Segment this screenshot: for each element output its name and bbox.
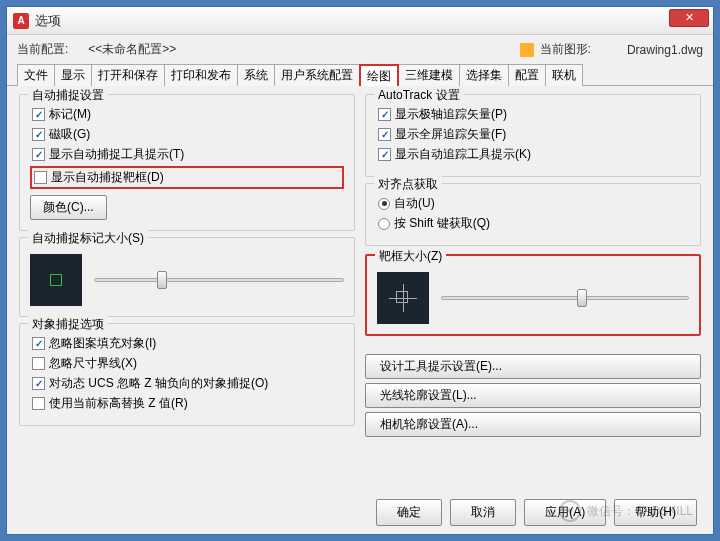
radio-row: 自动(U) [376, 195, 690, 212]
profile-label: 当前配置: [17, 41, 68, 58]
checkbox[interactable]: ✓ [378, 148, 391, 161]
tab-6[interactable]: 绘图 [359, 64, 399, 86]
checkbox-label: 显示自动追踪工具提示(K) [395, 146, 531, 163]
checkbox-label: 显示自动捕捉工具提示(T) [49, 146, 184, 163]
close-button[interactable]: ✕ [669, 9, 709, 27]
settings-button[interactable]: 光线轮廓设置(L)... [365, 383, 701, 408]
tabs: 文件显示打开和保存打印和发布系统用户系统配置绘图三维建模选择集配置联机 [7, 64, 713, 86]
checkbox-row: ✓使用当前标高替换 Z 值(R) [30, 395, 344, 412]
checkbox-label: 忽略图案填充对象(I) [49, 335, 156, 352]
checkbox-label: 磁吸(G) [49, 126, 90, 143]
tab-2[interactable]: 打开和保存 [91, 64, 165, 86]
footer-buttons: 确定 取消 应用(A) 帮助(H) [376, 499, 697, 526]
radio-label: 自动(U) [394, 195, 435, 212]
drawing-value: Drawing1.dwg [627, 43, 703, 57]
checkbox[interactable]: ✓ [378, 128, 391, 141]
checkbox[interactable]: ✓ [32, 128, 45, 141]
aperture-slider[interactable] [441, 296, 689, 300]
tab-10[interactable]: 联机 [545, 64, 583, 86]
checkbox-row: ✓显示自动捕捉靶框(D) [30, 166, 344, 189]
tab-1[interactable]: 显示 [54, 64, 92, 86]
checkbox-label: 显示全屏追踪矢量(F) [395, 126, 506, 143]
tab-5[interactable]: 用户系统配置 [274, 64, 360, 86]
tab-4[interactable]: 系统 [237, 64, 275, 86]
checkbox-row: ✓标记(M) [30, 106, 344, 123]
osnap-group: 对象捕捉选项 ✓忽略图案填充对象(I)✓忽略尺寸界线(X)✓对动态 UCS 忽略… [19, 323, 355, 426]
checkbox[interactable]: ✓ [32, 108, 45, 121]
profile-row: 当前配置: <<未命名配置>> 当前图形: Drawing1.dwg [7, 35, 713, 64]
align-group: 对齐点获取 自动(U)按 Shift 键获取(Q) [365, 183, 701, 246]
aperture-preview [377, 272, 429, 324]
checkbox-row: ✓显示极轴追踪矢量(P) [376, 106, 690, 123]
checkbox[interactable]: ✓ [32, 148, 45, 161]
autotrack-title: AutoTrack 设置 [374, 87, 464, 104]
autotrack-group: AutoTrack 设置 ✓显示极轴追踪矢量(P)✓显示全屏追踪矢量(F)✓显示… [365, 94, 701, 177]
checkbox[interactable]: ✓ [32, 377, 45, 390]
checkbox-row: ✓显示自动捕捉工具提示(T) [30, 146, 344, 163]
tab-0[interactable]: 文件 [17, 64, 55, 86]
checkbox-label: 使用当前标高替换 Z 值(R) [49, 395, 188, 412]
dwg-icon [520, 43, 534, 57]
color-button[interactable]: 颜色(C)... [30, 195, 107, 220]
options-dialog: A 选项 ✕ 当前配置: <<未命名配置>> 当前图形: Drawing1.dw… [6, 6, 714, 535]
checkbox-row: ✓显示全屏追踪矢量(F) [376, 126, 690, 143]
tab-9[interactable]: 配置 [508, 64, 546, 86]
radio[interactable] [378, 198, 390, 210]
cancel-button[interactable]: 取消 [450, 499, 516, 526]
app-icon: A [13, 13, 29, 29]
checkbox-label: 显示自动捕捉靶框(D) [51, 169, 164, 186]
checkbox-label: 标记(M) [49, 106, 91, 123]
checkbox[interactable]: ✓ [34, 171, 47, 184]
checkbox-row: ✓忽略尺寸界线(X) [30, 355, 344, 372]
checkbox-label: 忽略尺寸界线(X) [49, 355, 137, 372]
marker-preview [30, 254, 82, 306]
drawing-label: 当前图形: [540, 41, 591, 58]
checkbox-row: ✓对动态 UCS 忽略 Z 轴负向的对象捕捉(O) [30, 375, 344, 392]
tab-7[interactable]: 三维建模 [398, 64, 460, 86]
checkbox-row: ✓磁吸(G) [30, 126, 344, 143]
aperture-title: 靶框大小(Z) [375, 248, 446, 265]
checkbox-label: 显示极轴追踪矢量(P) [395, 106, 507, 123]
radio-row: 按 Shift 键获取(Q) [376, 215, 690, 232]
radio-label: 按 Shift 键获取(Q) [394, 215, 490, 232]
checkbox-row: ✓忽略图案填充对象(I) [30, 335, 344, 352]
tab-3[interactable]: 打印和发布 [164, 64, 238, 86]
marker-size-group: 自动捕捉标记大小(S) [19, 237, 355, 317]
align-title: 对齐点获取 [374, 176, 442, 193]
checkbox-label: 对动态 UCS 忽略 Z 轴负向的对象捕捉(O) [49, 375, 268, 392]
checkbox[interactable]: ✓ [378, 108, 391, 121]
settings-button[interactable]: 相机轮廓设置(A)... [365, 412, 701, 437]
marker-slider[interactable] [94, 278, 344, 282]
autosnap-group: 自动捕捉设置 ✓标记(M)✓磁吸(G)✓显示自动捕捉工具提示(T)✓显示自动捕捉… [19, 94, 355, 231]
aperture-group: 靶框大小(Z) [365, 254, 701, 336]
autosnap-title: 自动捕捉设置 [28, 87, 108, 104]
radio[interactable] [378, 218, 390, 230]
titlebar: A 选项 ✕ [7, 7, 713, 35]
checkbox[interactable]: ✓ [32, 357, 45, 370]
help-button[interactable]: 帮助(H) [614, 499, 697, 526]
checkbox[interactable]: ✓ [32, 337, 45, 350]
ok-button[interactable]: 确定 [376, 499, 442, 526]
osnap-title: 对象捕捉选项 [28, 316, 108, 333]
apply-button[interactable]: 应用(A) [524, 499, 606, 526]
settings-button[interactable]: 设计工具提示设置(E)... [365, 354, 701, 379]
window-title: 选项 [35, 12, 61, 30]
marker-title: 自动捕捉标记大小(S) [28, 230, 148, 247]
checkbox-row: ✓显示自动追踪工具提示(K) [376, 146, 690, 163]
tab-8[interactable]: 选择集 [459, 64, 509, 86]
profile-value: <<未命名配置>> [88, 41, 176, 58]
checkbox[interactable]: ✓ [32, 397, 45, 410]
